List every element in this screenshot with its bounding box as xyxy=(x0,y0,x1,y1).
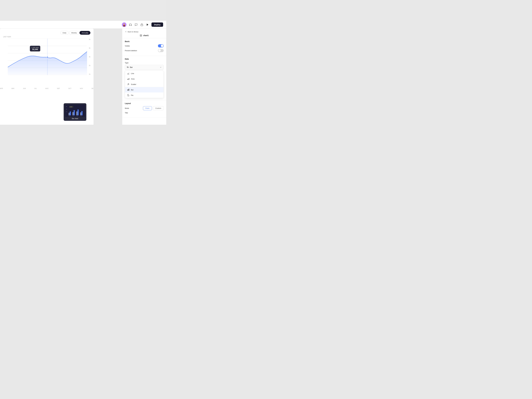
rp-header: Back to library chart1 xyxy=(122,29,166,38)
svg-point-14 xyxy=(47,57,48,58)
y-label-1k: 1k xyxy=(89,73,90,75)
svg-rect-24 xyxy=(80,112,81,115)
chart-tooltip: 1,348 sales $3,348 xyxy=(30,46,40,51)
y-label-5k: 5k xyxy=(89,38,90,40)
tab-weekly[interactable]: Weekly xyxy=(69,31,79,35)
layout-section-title: Layout xyxy=(125,102,164,104)
chart-name: chart1 xyxy=(143,34,149,37)
chevron-down-icon xyxy=(160,66,162,68)
headphones-icon[interactable] xyxy=(129,23,132,26)
x-label-may: MAY xyxy=(12,88,14,89)
svg-rect-35 xyxy=(127,66,128,68)
deploy-button[interactable]: Deploy xyxy=(152,22,163,27)
comment-icon[interactable] xyxy=(134,23,138,26)
y-label-3k: 3k xyxy=(89,56,90,57)
svg-rect-32 xyxy=(140,35,142,36)
mode-form-button[interactable]: Form xyxy=(143,106,152,110)
dropdown-item-pie-label: Pie xyxy=(131,94,133,96)
svg-text:2020: 2020 xyxy=(69,116,70,116)
chart-title-row: chart1 xyxy=(125,34,164,37)
type-select[interactable]: Bar xyxy=(125,65,164,70)
svg-rect-18 xyxy=(69,113,70,115)
svg-rect-21 xyxy=(74,110,75,115)
back-link-text: Back to library xyxy=(128,31,138,33)
svg-point-39 xyxy=(129,84,129,85)
x-label-nov: NOV xyxy=(80,88,83,89)
bar-chart-icon xyxy=(127,89,130,91)
svg-text:2022: 2022 xyxy=(76,116,78,116)
visible-row: Visible xyxy=(125,44,164,47)
tab-daily[interactable]: Daily xyxy=(60,31,69,35)
visible-label: Visible xyxy=(125,45,130,47)
scatter-chart-icon xyxy=(127,83,130,86)
dropdown-item-scatter-label: Scatter xyxy=(131,83,136,85)
dropdown-item-scatter[interactable]: Scatter xyxy=(125,82,164,87)
svg-rect-42 xyxy=(127,90,128,91)
line-chart-icon xyxy=(127,72,130,75)
x-label-oct: OCT xyxy=(68,88,71,89)
svg-point-40 xyxy=(128,84,128,84)
svg-rect-23 xyxy=(77,109,79,115)
prevent-deletion-row: Prevent deletion xyxy=(125,49,164,52)
svg-point-38 xyxy=(128,84,128,84)
svg-point-3 xyxy=(124,24,125,25)
svg-rect-43 xyxy=(128,89,129,91)
svg-rect-34 xyxy=(140,36,141,36)
back-to-library-link[interactable]: Back to library xyxy=(125,31,164,33)
x-label-aug: AUG xyxy=(45,88,48,89)
visible-toggle-knob xyxy=(161,44,163,47)
prevent-deletion-toggle[interactable] xyxy=(158,49,164,52)
svg-rect-5 xyxy=(141,25,143,26)
svg-rect-22 xyxy=(76,111,77,115)
bar-preview-label: Bar chart xyxy=(65,118,85,120)
chart-panel: Daily Weekly Annually LAST YEAR 1k 2k 3k… xyxy=(0,29,94,125)
tab-annually[interactable]: Annually xyxy=(80,31,90,35)
svg-point-4 xyxy=(123,25,125,26)
chart-y-labels: 1k 2k 3k 4k 5k xyxy=(89,38,90,75)
mode-custom-button[interactable]: Custom xyxy=(153,106,164,110)
dropdown-item-line-label: Line xyxy=(131,72,134,74)
dropdown-item-bar-label: Bar xyxy=(131,89,133,91)
x-label-jul: JUL xyxy=(34,88,37,89)
layout-section: Layout Mode Form Custom Title xyxy=(122,100,166,118)
svg-rect-20 xyxy=(72,112,74,115)
visible-toggle[interactable] xyxy=(158,44,164,47)
basic-section-title: Basic xyxy=(125,40,164,43)
svg-point-41 xyxy=(129,83,129,84)
data-section: Data Type Bar xyxy=(122,56,166,100)
svg-rect-19 xyxy=(70,111,71,115)
prevent-deletion-label: Prevent deletion xyxy=(125,50,137,51)
dropdown-item-bar[interactable]: Bar xyxy=(125,87,164,93)
pie-chart-icon xyxy=(127,94,130,96)
type-label: Type xyxy=(125,62,164,64)
chart-x-labels: APR MAY JUN JUL AUG SEP OCT NOV DE xyxy=(0,88,94,89)
dropdown-item-area[interactable]: Area xyxy=(125,76,164,82)
svg-rect-25 xyxy=(82,111,82,115)
tooltip-sales: 1,348 sales xyxy=(32,47,39,48)
data-section-title: Data xyxy=(125,58,164,60)
svg-text:2021: 2021 xyxy=(72,116,74,116)
background-texture xyxy=(0,0,166,23)
svg-rect-44 xyxy=(129,89,129,90)
svg-text:2023: 2023 xyxy=(80,116,82,116)
bar-preview-chart: 4k 3k 2k 2020 2021 2022 20 xyxy=(65,105,85,117)
svg-point-37 xyxy=(128,85,128,85)
svg-text:2k: 2k xyxy=(66,111,67,112)
dropdown-item-pie[interactable]: Pie xyxy=(125,93,164,98)
type-select-inner: Bar xyxy=(127,66,133,68)
selected-type: Bar xyxy=(130,66,133,68)
dropdown-item-line[interactable]: Line xyxy=(125,71,164,76)
title-row: Title xyxy=(125,112,164,114)
mode-buttons: Form Custom xyxy=(143,106,164,110)
tooltip-price: $3,348 xyxy=(32,48,39,51)
prevent-deletion-toggle-knob xyxy=(158,49,161,52)
type-dropdown-menu: Line Area xyxy=(125,70,164,98)
right-panel: Back to library chart1 Basic Visible Pre… xyxy=(122,29,166,125)
x-label-dec: DE xyxy=(92,88,94,89)
lock-icon[interactable] xyxy=(140,23,144,26)
y-label-2k: 2k xyxy=(89,65,90,66)
play-icon[interactable] xyxy=(146,23,149,26)
svg-text:3k: 3k xyxy=(66,109,67,110)
x-label-jun: JUN xyxy=(23,88,26,89)
avatar[interactable] xyxy=(122,22,127,27)
